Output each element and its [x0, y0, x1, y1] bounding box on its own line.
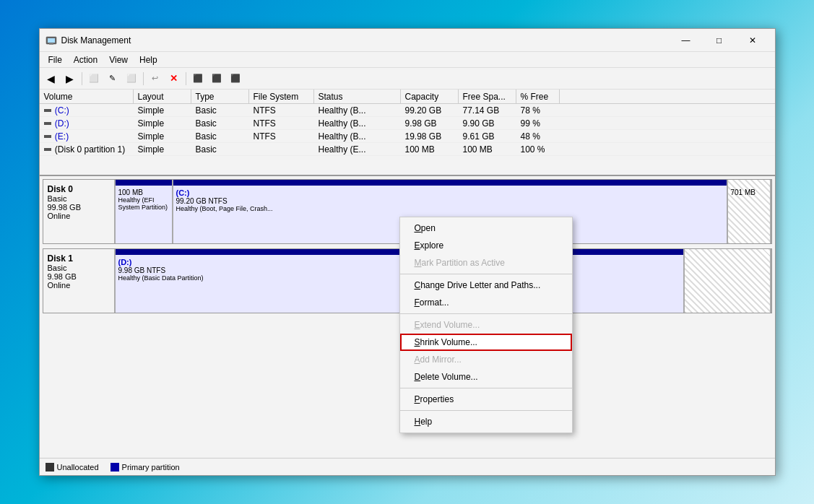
cell-freespace-d: 9.90 GB: [459, 118, 516, 129]
title-bar: Disk Management — □ ✕: [40, 29, 775, 52]
window-title: Disk Management: [61, 35, 670, 45]
col-header-filesystem[interactable]: File System: [249, 90, 314, 103]
toolbar-btn-8[interactable]: ⬛: [208, 71, 225, 87]
cell-capacity-c: 99.20 GB: [401, 105, 459, 116]
ctx-add-mirror: Add Mirror...: [400, 351, 572, 368]
legend-unallocated-label: Unallocated: [57, 463, 99, 472]
cell-layout-c: Simple: [134, 105, 191, 116]
ctx-help[interactable]: Help: [400, 413, 572, 430]
ctx-extend: Extend Volume...: [400, 316, 572, 334]
cell-freepct-c: 78 %: [516, 105, 560, 116]
ctx-mark-active: Mark Partition as Active: [400, 254, 572, 271]
menu-help[interactable]: Help: [134, 53, 163, 66]
legend-primary: Primary partition: [111, 463, 180, 472]
toolbar-btn-6[interactable]: ↩: [147, 71, 164, 87]
disk0-right-content: 701 MB: [731, 188, 767, 196]
disk1-name: Disk 1: [48, 253, 110, 264]
disk0-info: Disk 0 Basic 99.98 GB Online: [43, 180, 116, 243]
disk1-info: Disk 1 Basic 9.98 GB Online: [43, 249, 116, 313]
disk0-c-header: [173, 180, 727, 186]
menu-action[interactable]: Action: [68, 53, 103, 66]
toolbar-btn-9[interactable]: ⬛: [227, 71, 244, 87]
ctx-change-letter[interactable]: Change Drive Letter and Paths...: [400, 277, 572, 294]
ctx-properties[interactable]: Properties: [400, 391, 572, 408]
cell-freespace-c: 77.14 GB: [459, 105, 516, 116]
disk1-unalloc-partition[interactable]: [685, 249, 771, 313]
close-button[interactable]: ✕: [736, 29, 769, 52]
ctx-format[interactable]: Format...: [400, 294, 572, 311]
maximize-button[interactable]: □: [703, 29, 736, 52]
toolbar-separator-1: [82, 72, 82, 85]
cell-fs-e: NTFS: [249, 131, 314, 142]
list-header: Volume Layout Type File System Status Ca…: [40, 90, 775, 104]
col-header-freespace[interactable]: Free Spa...: [459, 90, 516, 103]
cell-layout-e: Simple: [134, 131, 191, 142]
ctx-sep-3: [400, 388, 572, 388]
disk0-efi-partition[interactable]: 100 MB Healthy (EFI System Partition): [116, 180, 173, 243]
col-header-layout[interactable]: Layout: [134, 90, 191, 103]
disk0-efi-header: [116, 180, 172, 186]
disk0-right-partition[interactable]: 701 MB: [728, 180, 771, 243]
disk0-right-size: 701 MB: [731, 188, 767, 196]
status-bar: Unallocated Primary partition: [40, 458, 775, 475]
cell-fs-c: NTFS: [249, 105, 314, 116]
disk0-efi-size: 100 MB: [118, 188, 169, 196]
ctx-open[interactable]: Open: [400, 220, 572, 237]
back-button[interactable]: ◀: [43, 71, 60, 87]
disk1-size: 9.98 GB: [48, 272, 110, 281]
toolbar-btn-delete[interactable]: ✕: [165, 71, 183, 87]
disk1-type: Basic: [48, 264, 110, 272]
disk0-efi-content: 100 MB Healthy (EFI System Partition): [118, 188, 169, 211]
disk0-c-content: (C:) 99.20 GB NTFS Healthy (Boot, Page F…: [176, 188, 724, 212]
cell-freespace-e: 9.61 GB: [459, 131, 516, 142]
cell-fs-d: NTFS: [249, 118, 314, 129]
cell-type-c: Basic: [191, 105, 249, 116]
cell-freepct-d: 99 %: [516, 118, 560, 129]
col-header-freepct[interactable]: % Free: [516, 90, 560, 103]
col-header-volume[interactable]: Volume: [40, 90, 134, 103]
ctx-explore[interactable]: Explore: [400, 237, 572, 254]
list-row-e[interactable]: (E:) Simple Basic NTFS Healthy (B... 19.…: [40, 130, 775, 143]
forward-button[interactable]: ▶: [61, 71, 79, 87]
cell-layout-disk0p1: Simple: [134, 144, 191, 155]
list-row-c[interactable]: (C:) Simple Basic NTFS Healthy (B... 99.…: [40, 104, 775, 117]
cell-volume-e: (E:): [40, 131, 134, 142]
menu-view[interactable]: View: [103, 53, 134, 66]
legend-unallocated: Unallocated: [46, 463, 99, 472]
col-header-status[interactable]: Status: [314, 90, 401, 103]
cell-freepct-e: 48 %: [516, 131, 560, 142]
disk0-size: 99.98 GB: [48, 203, 110, 212]
legend-primary-label: Primary partition: [122, 463, 180, 472]
toolbar-btn-3[interactable]: ⬜: [85, 71, 103, 87]
disk1-status: Online: [48, 281, 110, 290]
list-row-d[interactable]: (D:) Simple Basic NTFS Healthy (B... 9.9…: [40, 117, 775, 130]
disk0-c-health: Healthy (Boot, Page File, Crash...: [176, 205, 724, 212]
cell-status-disk0p1: Healthy (E...: [314, 144, 401, 155]
legend-unallocated-box: [46, 463, 54, 472]
cell-status-e: Healthy (B...: [314, 131, 401, 142]
toolbar: ◀ ▶ ⬜ ✎ ⬜ ↩ ✕ ⬛ ⬛ ⬛: [40, 68, 775, 90]
menu-file[interactable]: File: [43, 53, 68, 66]
col-header-capacity[interactable]: Capacity: [401, 90, 459, 103]
col-header-type[interactable]: Type: [191, 90, 249, 103]
cell-status-d: Healthy (B...: [314, 118, 401, 129]
cell-capacity-e: 19.98 GB: [401, 131, 459, 142]
svg-rect-2: [49, 43, 53, 45]
ctx-sep-2: [400, 313, 572, 314]
minimize-button[interactable]: —: [670, 29, 703, 52]
cell-freespace-disk0p1: 100 MB: [459, 144, 516, 155]
list-row-disk0p1[interactable]: (Disk 0 partition 1) Simple Basic Health…: [40, 143, 775, 156]
window-controls: — □ ✕: [670, 29, 769, 52]
cell-layout-d: Simple: [134, 118, 191, 129]
toolbar-btn-7[interactable]: ⬛: [189, 71, 207, 87]
context-menu: Open Explore Mark Partition as Active Ch…: [399, 217, 573, 433]
ctx-delete[interactable]: Delete Volume...: [400, 368, 572, 386]
toolbar-btn-4[interactable]: ✎: [104, 71, 121, 87]
disk0-name: Disk 0: [48, 184, 110, 194]
disk0-c-name: (C:): [176, 188, 724, 197]
cell-capacity-d: 9.98 GB: [401, 118, 459, 129]
ctx-shrink[interactable]: Shrink Volume...: [400, 334, 572, 351]
ctx-sep-4: [400, 410, 572, 411]
toolbar-separator-2: [143, 72, 144, 85]
toolbar-btn-5[interactable]: ⬜: [123, 71, 140, 87]
